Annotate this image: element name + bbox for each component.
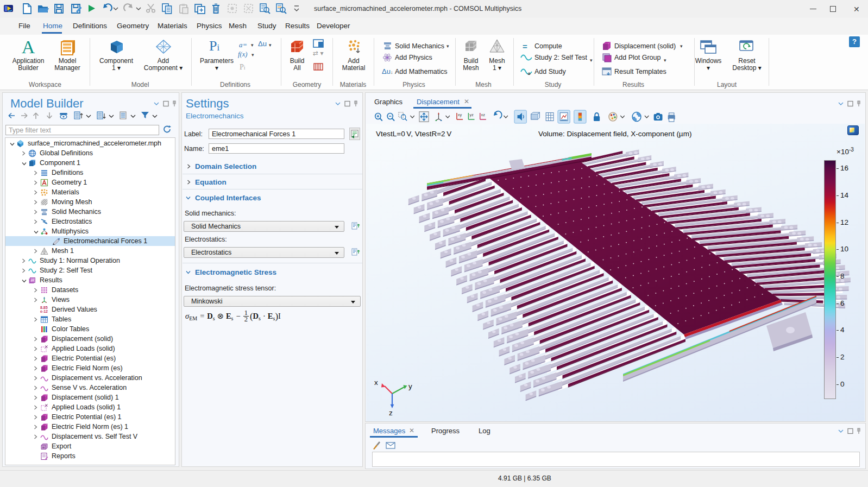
svg-text:y: y [408, 382, 412, 390]
svg-text:yz: yz [469, 112, 474, 117]
svg-text:x: x [374, 378, 378, 387]
svg-text:xz: xz [481, 112, 486, 117]
svg-text:z: z [389, 409, 393, 417]
svg-text:xy: xy [458, 112, 462, 117]
